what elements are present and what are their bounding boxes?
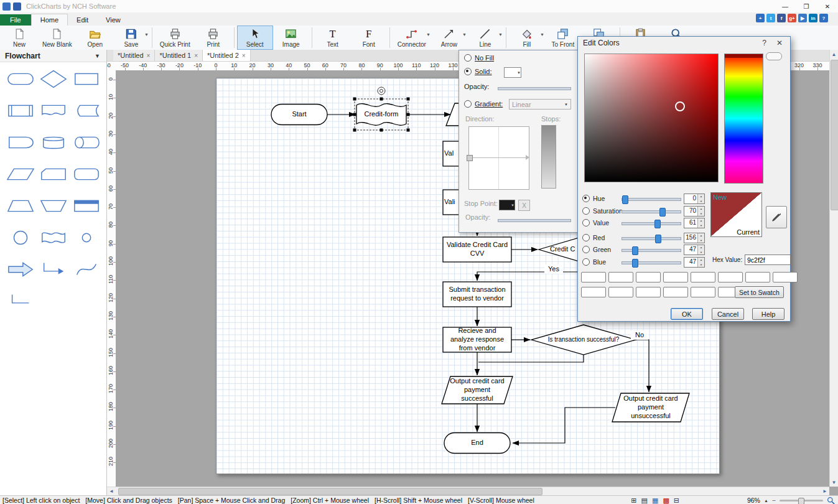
hue-slider-thumb[interactable] [622,195,628,204]
shape-direct-access[interactable] [71,132,101,153]
shape-predefined-process[interactable] [5,100,35,121]
zoom-slider[interactable] [780,500,823,502]
blue-slider-thumb[interactable] [632,259,638,268]
vertical-scroll-thumb[interactable] [831,60,838,210]
selection-handle[interactable] [353,113,356,116]
zoom-caret-icon[interactable]: ▲ [764,498,768,503]
color-swatch[interactable] [581,287,606,297]
selection-handle[interactable] [380,129,383,132]
eyedropper-button[interactable] [766,206,787,228]
palette-category-dropdown[interactable]: Flowchart ▼ [0,50,106,62]
shape-terminator[interactable] [5,68,35,90]
color-swatch[interactable] [718,272,743,282]
spinner-arrows[interactable]: ▲▼ [697,245,704,254]
scroll-right-icon[interactable]: ► [821,487,829,495]
toolbar-text-button[interactable]: TText [315,26,351,50]
toolbar-to-front-button[interactable]: To Front [545,26,581,50]
hue-radio[interactable] [582,195,590,202]
highlight-icon[interactable]: ▩ [663,497,669,504]
color-swatch[interactable] [773,272,798,282]
rotate-handle[interactable] [378,87,385,95]
toolbar-select-button[interactable]: Select [237,26,273,50]
cancel-button[interactable]: Cancel [712,308,744,320]
document-tab-untitled[interactable]: *Untitled× [113,50,155,61]
no-fill-radio[interactable]: No Fill [464,54,494,62]
dialog-help-icon[interactable]: ? [762,39,766,47]
like-icon[interactable]: + [756,14,765,22]
color-swatch[interactable] [608,287,633,297]
toolbar-open-button[interactable]: Open [77,26,113,50]
value-slider-thumb[interactable] [654,220,661,228]
color-swatch[interactable] [745,272,770,282]
set-to-swatch-button[interactable]: Set to Swatch [735,286,784,298]
shape-process[interactable] [71,68,101,90]
shape-card[interactable] [38,164,68,185]
toolbar-print-button[interactable]: Print [195,26,231,50]
vertical-scrollbar[interactable]: ▲ ▼ [829,50,838,487]
stop-point-swatch[interactable]: ▼ [499,200,515,210]
gradient-stops-bar[interactable] [541,125,556,189]
chevron-down-icon[interactable]: ▼ [540,32,544,37]
googleplus-icon[interactable]: g+ [788,14,796,22]
red-slider-thumb[interactable] [655,235,661,243]
spinner-arrows[interactable]: ▲▼ [697,194,704,203]
remove-stop-button[interactable]: X [518,200,530,211]
shape-display[interactable] [71,195,101,217]
chevron-down-icon[interactable]: ▼ [426,32,431,37]
solid-color-swatch[interactable]: ▼ [504,67,521,78]
toolbar-arrow-button[interactable]: Arrow▼ [431,26,467,50]
dialog-close-icon[interactable]: ✕ [776,39,783,47]
shape-decision[interactable] [38,68,68,90]
selection-handle[interactable] [407,113,410,116]
grid-toggle-icon[interactable]: ⊞ [631,497,636,504]
toolbar-save-button[interactable]: Save▼ [113,26,149,50]
zoom-percent[interactable]: 96% [747,497,760,504]
toolbar-quick-print-button[interactable]: Quick Print [155,26,195,50]
zoom-tool-icon[interactable] [827,497,835,504]
youtube-icon[interactable]: ▶ [798,14,807,22]
help-icon[interactable]: ? [819,14,828,22]
snap-toggle-icon[interactable]: ▦ [652,497,658,504]
zoom-out-icon[interactable]: − [772,497,776,504]
color-swatch[interactable] [691,287,715,297]
value-spinner[interactable]: 61▲▼ [684,218,705,228]
hex-value-input[interactable] [745,254,791,265]
facebook-icon[interactable]: f [777,14,786,22]
flow-connector[interactable] [477,263,585,281]
dialog-titlebar[interactable]: Edit Colors ? ✕ [578,37,790,49]
red-slider[interactable] [622,237,681,240]
shape-manual-operation[interactable] [38,195,68,217]
shape-connector-circle[interactable] [5,227,35,248]
horizontal-scrollbar[interactable]: ◄ ► [107,487,829,495]
minimize-button[interactable]: — [775,0,796,12]
green-slider-thumb[interactable] [632,246,638,255]
twitter-icon[interactable]: t [766,14,775,22]
red-radio[interactable] [582,234,590,241]
green-radio[interactable] [582,246,590,253]
shape-database[interactable] [38,132,68,153]
spinner-arrows[interactable]: ▲▼ [697,233,704,243]
flow-connector[interactable] [636,340,649,392]
shape-tape[interactable] [38,227,68,248]
toolbar-connector-button[interactable]: Connector▼ [393,26,431,50]
selection-handle[interactable] [353,129,356,132]
spinner-arrows[interactable]: ▲▼ [697,218,704,228]
shape-elbow-arrow[interactable] [38,259,68,280]
selection-handle[interactable] [407,98,410,101]
tab-close-icon[interactable]: × [242,52,246,59]
spinner-arrows[interactable]: ▲▼ [697,207,704,216]
shape-curve[interactable] [71,259,101,280]
solid-radio[interactable]: Solid: [464,68,492,75]
document-tab-untitled-1[interactable]: *Untitled 1× [155,50,203,61]
selection-handle[interactable] [407,129,410,132]
green-slider[interactable] [622,249,681,252]
shape-thick-arrow[interactable] [5,259,35,280]
linkedin-icon[interactable]: in [809,14,817,22]
saturation-value-field[interactable] [584,54,719,182]
page-view-icon[interactable]: ▤ [641,497,648,504]
color-swatch[interactable] [691,272,715,282]
color-swatch[interactable] [663,272,688,282]
hue-slider[interactable] [622,198,681,201]
toolbar-new-button[interactable]: New [1,26,37,50]
saturation-slider-thumb[interactable] [659,208,666,217]
